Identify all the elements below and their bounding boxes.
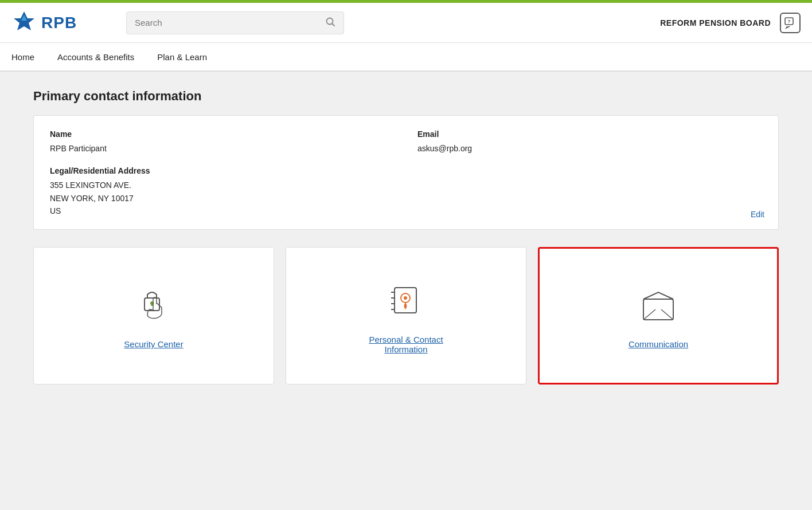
header-right: REFORM PENSION BOARD ? bbox=[660, 13, 801, 33]
main-content: Primary contact information Name RPB Par… bbox=[10, 72, 802, 402]
nav-home[interactable]: Home bbox=[11, 44, 46, 70]
rpb-logo-icon bbox=[11, 10, 37, 36]
email-field: Email askus@rpb.org bbox=[417, 130, 762, 155]
search-bar[interactable] bbox=[126, 11, 344, 34]
svg-point-15 bbox=[404, 296, 407, 300]
chat-icon[interactable]: ? bbox=[780, 13, 801, 33]
email-label: Email bbox=[417, 130, 762, 139]
page-title: Primary contact information bbox=[33, 89, 779, 104]
svg-point-2 bbox=[327, 18, 333, 24]
header: RPB REFORM PENSION BOARD ? bbox=[0, 3, 812, 43]
svg-rect-16 bbox=[643, 299, 673, 320]
logo-text: RPB bbox=[41, 14, 77, 32]
address-field: Legal/Residential Address 355 LEXINGTON … bbox=[50, 166, 395, 217]
address-label: Legal/Residential Address bbox=[50, 166, 395, 175]
contact-card: Name RPB Participant Email askus@rpb.org… bbox=[33, 115, 779, 230]
org-name-text: REFORM PENSION BOARD bbox=[660, 18, 771, 28]
svg-line-3 bbox=[333, 23, 335, 26]
logo-area: RPB bbox=[11, 10, 103, 36]
contact-card-grid: Name RPB Participant Email askus@rpb.org… bbox=[50, 130, 762, 218]
svg-rect-8 bbox=[151, 303, 153, 306]
security-center-card[interactable]: Security Center bbox=[33, 247, 274, 385]
edit-link[interactable]: Edit bbox=[751, 210, 764, 219]
address-value: 355 LEXINGTON AVE. NEW YORK, NY 10017 US bbox=[50, 179, 395, 217]
name-field: Name RPB Participant bbox=[50, 130, 395, 155]
security-center-link[interactable]: Security Center bbox=[124, 339, 183, 349]
search-icon bbox=[325, 17, 335, 29]
nav-plan[interactable]: Plan & Learn bbox=[146, 44, 218, 70]
svg-text:?: ? bbox=[788, 19, 791, 24]
personal-contact-link[interactable]: Personal & ContactInformation bbox=[369, 335, 443, 354]
svg-line-17 bbox=[643, 309, 655, 320]
nav-accounts[interactable]: Accounts & Benefits bbox=[46, 44, 146, 70]
personal-contact-card[interactable]: Personal & ContactInformation bbox=[286, 247, 526, 385]
nav-bar: Home Accounts & Benefits Plan & Learn bbox=[0, 43, 812, 72]
email-value: askus@rpb.org bbox=[417, 142, 762, 155]
personal-contact-icon bbox=[383, 277, 429, 323]
communication-link[interactable]: Communication bbox=[628, 339, 688, 349]
name-value: RPB Participant bbox=[50, 142, 395, 155]
communication-icon bbox=[635, 282, 681, 328]
search-input[interactable] bbox=[135, 18, 325, 28]
communication-card[interactable]: Communication bbox=[538, 247, 779, 385]
name-label: Name bbox=[50, 130, 395, 139]
security-center-icon bbox=[131, 282, 177, 328]
cards-row: Security Center bbox=[33, 247, 779, 385]
svg-line-18 bbox=[661, 309, 673, 320]
svg-marker-0 bbox=[14, 11, 34, 30]
